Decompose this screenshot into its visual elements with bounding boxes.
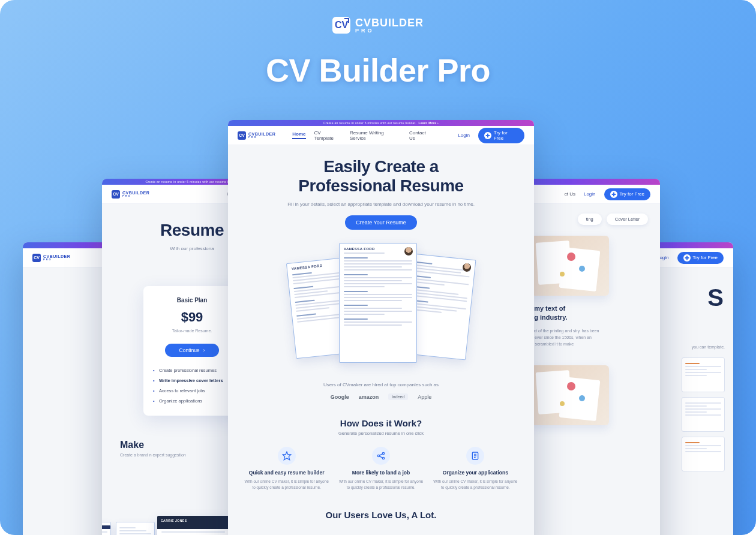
plan-cta-label: Continue [179, 347, 200, 353]
share-icon [372, 447, 390, 465]
plan-feature: Write impressive cover letters [153, 375, 231, 386]
promo-ribbon: Create an resume in under 5 minutes with… [228, 120, 534, 126]
template-thumb [682, 437, 725, 471]
nav-home[interactable]: Home [292, 131, 305, 139]
resume-thumb [102, 522, 111, 535]
navbar: CV CVBUILDERPRO Home CV Template Resume … [228, 126, 534, 145]
company-logos: Google amazon indeed Apple [242, 393, 520, 400]
feature-desc: With our online CV maker, it is simple f… [431, 479, 520, 491]
plus-icon [610, 191, 617, 198]
ribbon-link[interactable]: Learn More › [418, 121, 439, 125]
dark-resume-preview: CARRIE JONES [157, 516, 229, 535]
nav-resume-writing[interactable]: Resume Writing Service [350, 130, 401, 141]
resume-name: VANESSA FORD [344, 247, 412, 251]
plus-icon [484, 132, 491, 139]
plan-features: Create professional resumes Write impres… [153, 365, 231, 406]
how-subtitle: Generate personalized resume in one clic… [242, 431, 520, 436]
doc-icon [466, 447, 484, 465]
plan-price: $99 [153, 309, 231, 325]
cta-label: Try for Free [693, 255, 718, 260]
feature: Organize your applications With our onli… [431, 447, 520, 491]
apple-logo: Apple [418, 394, 431, 400]
nav-try-free-button[interactable]: Try for Free [677, 252, 724, 264]
resume-stack: VANESSA FORD VANESSA FORD [291, 243, 471, 369]
brand-sub: PRO [122, 195, 149, 197]
brand-sub: PRO [43, 259, 70, 261]
feature-desc: With our online CV maker, it is simple f… [242, 479, 331, 491]
chip[interactable]: Cover Letter [607, 214, 648, 225]
hero-logo: CV CVBUILDER PRO [332, 17, 424, 34]
brand[interactable]: CV CVBUILDERPRO [238, 131, 275, 140]
article-image [531, 236, 609, 296]
amazon-logo: amazon [359, 394, 379, 400]
brand-mark-icon: CV [32, 254, 41, 262]
avatar-icon [404, 247, 413, 256]
plan-feature: Create professional resumes [153, 365, 231, 375]
feature-title: Quick and easy resume builder [242, 470, 331, 476]
article-image [531, 365, 609, 425]
star-icon [278, 447, 296, 465]
resume-name: CARRIE JONES [161, 519, 226, 522]
main-subtitle: Fill in your details, select an appropri… [242, 202, 520, 207]
users-love-title: Our Users Love Us, A Lot. [242, 510, 520, 520]
nav-contact[interactable]: Contact Us [409, 130, 433, 141]
resume-thumbs [102, 522, 155, 535]
hero-title: CV Builder Pro [266, 52, 490, 89]
indeed-logo: indeed [388, 393, 408, 400]
feature: Quick and easy resume builder With our o… [242, 447, 331, 491]
nav-login[interactable]: Login [458, 133, 470, 138]
template-thumb [682, 357, 725, 392]
plan-feature: Organize applications [153, 396, 231, 406]
create-resume-button[interactable]: Create Your Resume [345, 215, 417, 230]
svg-marker-0 [283, 452, 290, 460]
logo-main: CVBUILDER [355, 17, 424, 28]
plan-continue-button[interactable]: Continue › [165, 344, 220, 357]
main-heading: Easily Create a Professional Resume [242, 157, 520, 196]
logo-badge: CV [332, 17, 350, 34]
brand-mark-icon: CV [238, 131, 246, 140]
cta-label: Try for Free [620, 191, 644, 197]
plus-icon [683, 254, 691, 262]
logo-text: CVBUILDER PRO [355, 17, 424, 34]
how-title: How Does it Work? [242, 418, 520, 428]
features-row: Quick and easy resume builder With our o… [242, 447, 520, 491]
brand: CV CVBUILDERPRO [112, 190, 149, 199]
logo-sub: PRO [355, 28, 424, 34]
brand: CV CVBUILDERPRO [32, 254, 70, 262]
nav-cv-template[interactable]: CV Template [314, 130, 341, 141]
resume-thumb [116, 522, 155, 535]
plan-name: Basic Plan [153, 297, 231, 303]
brand-mark-icon: CV [112, 190, 120, 199]
nav-item[interactable]: ct Us [565, 191, 575, 197]
companies-caption: Users of CVmaker are hired at top compan… [242, 382, 520, 387]
brand-sub: PRO [248, 136, 275, 139]
feature: More likely to land a job With our onlin… [337, 447, 425, 491]
landing-card: Create an resume in under 5 minutes with… [228, 120, 534, 535]
template-thumb [682, 397, 725, 432]
showcase-canvas: CV CVBUILDER PRO CV Builder Pro CV CVBUI… [0, 0, 756, 535]
resume-preview: VANESSA FORD [339, 243, 417, 363]
feature-desc: With our online CV maker, it is simple f… [337, 479, 425, 491]
nav-try-free-button[interactable]: Try for Free [604, 188, 650, 200]
pricing-plan: Basic Plan $99 Tailor-made Resume. Conti… [143, 286, 241, 416]
google-logo: Google [331, 394, 349, 400]
cta-label: Try for Free [494, 130, 518, 141]
feature-title: More likely to land a job [337, 470, 425, 476]
plan-desc: Tailor-made Resume. [153, 329, 231, 333]
nav-login[interactable]: Login [584, 191, 596, 197]
plan-feature: Access to relevant jobs [153, 386, 231, 396]
feature-title: Organize your applications [431, 470, 520, 476]
chevron-right-icon: › [203, 347, 205, 353]
chip[interactable]: ting [578, 214, 602, 225]
ribbon-text: Create an resume in under 5 minutes with… [228, 120, 534, 126]
nav-try-free-button[interactable]: Try for Free [478, 128, 524, 143]
